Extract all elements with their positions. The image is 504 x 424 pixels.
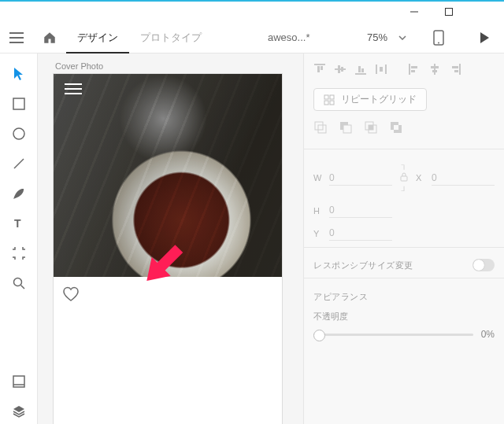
- properties-panel: リピートグリッド W 0 ┐ ┘ X 0 H: [303, 53, 504, 424]
- text-tool[interactable]: T: [6, 211, 32, 236]
- svg-rect-48: [369, 125, 373, 130]
- ellipse-tool[interactable]: [6, 121, 32, 146]
- height-value[interactable]: 0: [329, 203, 392, 218]
- responsive-resize-toggle[interactable]: [472, 259, 495, 271]
- svg-rect-43: [318, 125, 326, 133]
- tool-sidebar: T: [0, 53, 38, 424]
- svg-rect-22: [341, 67, 343, 72]
- align-bottom-icon[interactable]: [354, 63, 367, 79]
- window-titlebar: [0, 0, 504, 22]
- svg-rect-37: [454, 70, 458, 72]
- y-field[interactable]: Y 0: [313, 226, 392, 241]
- svg-rect-1: [446, 9, 453, 16]
- svg-point-8: [13, 128, 24, 139]
- distribute-v-icon[interactable]: [375, 63, 387, 79]
- window-maximize-button[interactable]: [432, 2, 466, 22]
- chevron-down-icon: [398, 35, 406, 40]
- svg-rect-51: [394, 125, 398, 130]
- zoom-tool[interactable]: [6, 271, 32, 296]
- bool-exclude-icon[interactable]: [389, 120, 403, 138]
- canvas[interactable]: Cover Photo: [38, 53, 303, 424]
- svg-rect-19: [321, 66, 323, 70]
- app-toolbar: デザイン プロトタイプ aweso...* 75%: [0, 22, 504, 53]
- pen-tool[interactable]: [6, 181, 32, 206]
- svg-rect-34: [432, 70, 437, 72]
- y-value[interactable]: 0: [329, 226, 392, 241]
- hamburger-menu-button[interactable]: [0, 22, 33, 53]
- align-right-icon[interactable]: [449, 63, 461, 79]
- svg-line-9: [14, 159, 24, 168]
- cover-photo-image[interactable]: [54, 74, 282, 277]
- width-label: W: [313, 173, 323, 183]
- bool-add-icon[interactable]: [313, 120, 328, 138]
- svg-rect-36: [452, 66, 458, 68]
- responsive-resize-label: レスポンシブサイズ変更: [313, 260, 413, 271]
- svg-rect-18: [317, 66, 320, 72]
- svg-rect-52: [401, 176, 407, 181]
- align-left-icon[interactable]: [408, 63, 421, 79]
- align-hcenter-icon[interactable]: [428, 63, 441, 79]
- artboard-title[interactable]: Cover Photo: [55, 61, 282, 71]
- heart-icon[interactable]: [61, 285, 80, 304]
- bool-subtract-icon[interactable]: [339, 120, 353, 138]
- hamburger-icon: [65, 83, 82, 94]
- height-field[interactable]: H 0: [313, 203, 392, 218]
- home-button[interactable]: [33, 22, 66, 53]
- svg-rect-21: [338, 65, 340, 73]
- svg-rect-40: [324, 101, 328, 105]
- lock-aspect-icon[interactable]: [400, 172, 408, 183]
- align-top-icon[interactable]: [313, 63, 326, 79]
- line-tool[interactable]: [6, 151, 32, 176]
- rectangle-tool[interactable]: [6, 91, 32, 116]
- svg-line-12: [20, 286, 24, 289]
- document-name[interactable]: aweso...*: [268, 31, 309, 43]
- bool-intersect-icon[interactable]: [364, 120, 378, 138]
- layers-panel-button[interactable]: [6, 399, 32, 424]
- mode-tabs: デザイン プロトタイプ: [66, 22, 213, 53]
- svg-rect-39: [330, 95, 334, 99]
- svg-rect-25: [361, 68, 364, 72]
- svg-point-11: [13, 278, 21, 286]
- boolean-ops-group: [313, 120, 495, 138]
- assets-panel-button[interactable]: [6, 369, 32, 394]
- play-preview-button[interactable]: [471, 22, 498, 53]
- repeat-grid-button[interactable]: リピートグリッド: [313, 88, 427, 111]
- align-vcenter-icon[interactable]: [334, 63, 346, 79]
- appearance-section-title: アピアランス: [313, 291, 495, 303]
- svg-text:T: T: [14, 217, 21, 230]
- x-value[interactable]: 0: [432, 171, 495, 186]
- svg-rect-30: [411, 66, 417, 68]
- zoom-dropdown[interactable]: 75%: [367, 31, 406, 43]
- svg-rect-31: [411, 70, 415, 72]
- svg-rect-45: [343, 125, 351, 133]
- x-field[interactable]: X 0: [416, 171, 495, 186]
- zoom-value: 75%: [367, 31, 387, 43]
- window-close-button[interactable]: [466, 2, 501, 22]
- align-horizontal-group: [313, 63, 387, 79]
- opacity-slider[interactable]: [313, 334, 473, 336]
- window-minimize-button[interactable]: [397, 2, 432, 22]
- width-value[interactable]: 0: [329, 171, 392, 186]
- align-vertical-group: [398, 63, 461, 79]
- svg-rect-33: [431, 66, 439, 68]
- transform-section: W 0 ┐ ┘ X 0 H 0 Y 0: [313, 160, 495, 241]
- device-preview-button[interactable]: [425, 22, 452, 53]
- artboard-tool[interactable]: [6, 241, 32, 266]
- repeat-grid-label: リピートグリッド: [341, 93, 417, 106]
- height-label: H: [313, 206, 323, 216]
- width-field[interactable]: W 0: [313, 171, 392, 186]
- svg-rect-41: [330, 101, 334, 105]
- svg-rect-13: [13, 376, 24, 387]
- repeat-grid-icon: [324, 94, 335, 105]
- svg-point-6: [438, 42, 439, 43]
- tab-design[interactable]: デザイン: [66, 22, 129, 53]
- artboard[interactable]: [54, 74, 282, 424]
- svg-rect-38: [324, 95, 328, 99]
- svg-rect-7: [13, 98, 24, 109]
- svg-rect-24: [358, 66, 361, 72]
- opacity-label: 不透明度: [313, 311, 495, 323]
- opacity-value[interactable]: 0%: [481, 329, 495, 340]
- select-tool[interactable]: [6, 61, 32, 87]
- tab-prototype[interactable]: プロトタイプ: [129, 22, 213, 53]
- svg-rect-42: [315, 122, 323, 130]
